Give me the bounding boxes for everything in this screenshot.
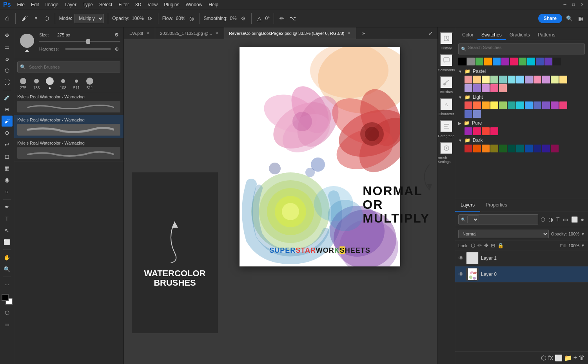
layer-new-group-icon[interactable]: 📁 <box>564 354 572 362</box>
pastel-group-header[interactable]: ▼ 📁 Pastel <box>458 69 585 74</box>
tab-gradients[interactable]: Gradients <box>506 31 534 40</box>
path-select-tool[interactable]: ↖ <box>2 225 13 236</box>
smoothing-settings-icon[interactable]: ⚙ <box>239 14 247 23</box>
dark-swatch-7[interactable] <box>516 145 524 152</box>
lock-pixels-icon[interactable]: ⬡ <box>471 243 475 248</box>
pastel-swatch-17[interactable] <box>499 84 507 92</box>
swatch-green2[interactable] <box>519 58 526 65</box>
light-group-header[interactable]: ▼ 📁 Light <box>458 94 585 100</box>
pastel-swatch-10[interactable] <box>542 76 550 83</box>
pastel-swatch-14[interactable] <box>473 84 481 92</box>
pastel-swatch-7[interactable] <box>516 76 524 83</box>
clone-tool[interactable]: ⊙ <box>2 127 13 138</box>
crop-tool[interactable]: ⛶ <box>2 77 13 88</box>
pastel-swatch-4[interactable] <box>490 76 498 83</box>
menu-type[interactable]: Type <box>83 2 93 7</box>
angle-icon[interactable]: △ <box>256 14 263 23</box>
tab-close-jpg[interactable]: ✕ <box>214 30 219 36</box>
eraser-tool[interactable]: ◻ <box>2 151 13 162</box>
foreground-color[interactable] <box>2 294 9 301</box>
pure-swatch-3[interactable] <box>482 127 490 135</box>
light-swatch-3[interactable] <box>482 101 490 109</box>
opacity-arrow-icon[interactable]: ▼ <box>581 232 585 236</box>
comments-panel-icon[interactable] <box>440 54 453 67</box>
shape-tool[interactable]: ⬜ <box>2 237 13 248</box>
light-swatch-13[interactable] <box>465 110 472 118</box>
swatch-blue[interactable] <box>493 58 501 65</box>
opacity-value[interactable]: 100% <box>132 16 144 21</box>
airbrush-icon[interactable]: ◎ <box>188 14 196 23</box>
tab-color[interactable]: Color <box>458 31 477 40</box>
pure-group-header[interactable]: ▶ 📁 Pure <box>458 120 585 126</box>
dark-swatch-6[interactable] <box>508 145 515 152</box>
move-tool[interactable]: ✥ <box>2 30 13 41</box>
dodge-tool[interactable]: ○ <box>2 186 13 197</box>
brush-item-3[interactable]: Kyle's Real Watercolor - Wamazing <box>14 138 123 161</box>
brush-tool[interactable]: 🖌 <box>2 116 13 127</box>
swatch-purple[interactable] <box>501 58 509 65</box>
search-button[interactable]: 🔍 <box>564 14 574 23</box>
pastel-swatch-11[interactable] <box>551 76 559 83</box>
pastel-swatch-9[interactable] <box>534 76 541 83</box>
layer-filter-pixel-icon[interactable]: ⬡ <box>540 216 546 223</box>
swatch-deep-purple[interactable] <box>544 58 552 65</box>
maximize-button[interactable]: □ <box>571 2 576 7</box>
quick-mask-button[interactable]: ⬡ <box>2 307 13 318</box>
dark-swatch-10[interactable] <box>542 145 550 152</box>
pure-swatch-1[interactable] <box>465 127 472 135</box>
tab-pdf[interactable]: ...W.pdf ✕ <box>124 27 155 39</box>
pastel-swatch-5[interactable] <box>499 76 507 83</box>
menu-layer[interactable]: Layer <box>65 2 76 7</box>
menu-ps[interactable]: Ps <box>3 1 11 8</box>
flow-value[interactable]: 60% <box>176 16 185 21</box>
pastel-swatch-13[interactable] <box>465 84 472 92</box>
layer-delete-icon[interactable]: 🗑 <box>579 354 585 362</box>
opacity-value[interactable]: 100% <box>568 232 579 236</box>
lasso-tool[interactable]: ⌀ <box>2 53 13 64</box>
close-button[interactable]: ✕ <box>579 2 585 7</box>
pen-tool[interactable]: ✒ <box>2 201 13 212</box>
gradient-tool[interactable]: ▦ <box>2 163 13 174</box>
pastel-swatch-2[interactable] <box>473 76 481 83</box>
menu-file[interactable]: File <box>17 2 25 7</box>
layer-add-style-icon[interactable]: fx <box>548 354 553 362</box>
layer-new-icon[interactable]: + <box>573 354 577 362</box>
pressure-icon[interactable]: ✏ <box>278 14 286 23</box>
pastel-swatch-16[interactable] <box>490 84 498 92</box>
layer-filter-shape-icon[interactable]: ▭ <box>562 216 569 223</box>
fill-arrow-icon[interactable]: ▼ <box>581 243 585 248</box>
tab-layers[interactable]: Layers <box>455 199 480 212</box>
layer-1-visibility-icon[interactable]: 👁 <box>458 255 464 261</box>
layer-0-visibility-icon[interactable]: 👁 <box>458 271 464 277</box>
brush-size-settings-icon[interactable]: ⚙ <box>113 31 120 39</box>
brush-settings-panel-icon[interactable] <box>440 142 453 154</box>
brush-item-1[interactable]: Kyle's Real Watercolor - Wamazing <box>14 92 123 115</box>
smoothing-value[interactable]: 0% <box>230 16 236 21</box>
menu-help[interactable]: Help <box>209 2 218 7</box>
canvas-image[interactable] <box>240 47 400 266</box>
dark-swatch-11[interactable] <box>551 145 559 152</box>
layer-filter-type-icon[interactable]: T <box>555 216 561 223</box>
lock-all-icon[interactable]: ⊞ <box>491 243 495 248</box>
extra-tools[interactable]: ··· <box>2 279 13 290</box>
menu-filter[interactable]: Filter <box>118 2 129 7</box>
swatches-search-input[interactable] <box>466 45 582 50</box>
layer-0-name[interactable]: Layer 0 <box>481 272 585 277</box>
tab-close-pdf[interactable]: ✕ <box>145 30 150 36</box>
dark-swatch-4[interactable] <box>490 145 498 152</box>
angle-value[interactable]: 0° <box>265 16 270 21</box>
light-swatch-8[interactable] <box>525 101 533 109</box>
pastel-swatch-15[interactable] <box>482 84 490 92</box>
light-swatch-4[interactable] <box>490 101 498 109</box>
menu-plugins[interactable]: Plugins <box>164 2 179 7</box>
marquee-tool[interactable]: ▭ <box>2 42 13 53</box>
swatch-orange[interactable] <box>484 58 492 65</box>
tabs-more-button[interactable]: » <box>356 27 370 39</box>
menu-select[interactable]: Select <box>99 2 112 7</box>
brush-preset-6[interactable]: 511 <box>84 76 96 90</box>
layer-filter-smart-icon[interactable]: ⬜ <box>570 216 579 223</box>
fill-value[interactable]: 100% <box>568 243 579 248</box>
pure-swatch-2[interactable] <box>473 127 481 135</box>
layer-item-1[interactable]: 👁 Layer 1 <box>455 250 588 266</box>
brush-preset-4[interactable]: 108 <box>57 76 69 90</box>
